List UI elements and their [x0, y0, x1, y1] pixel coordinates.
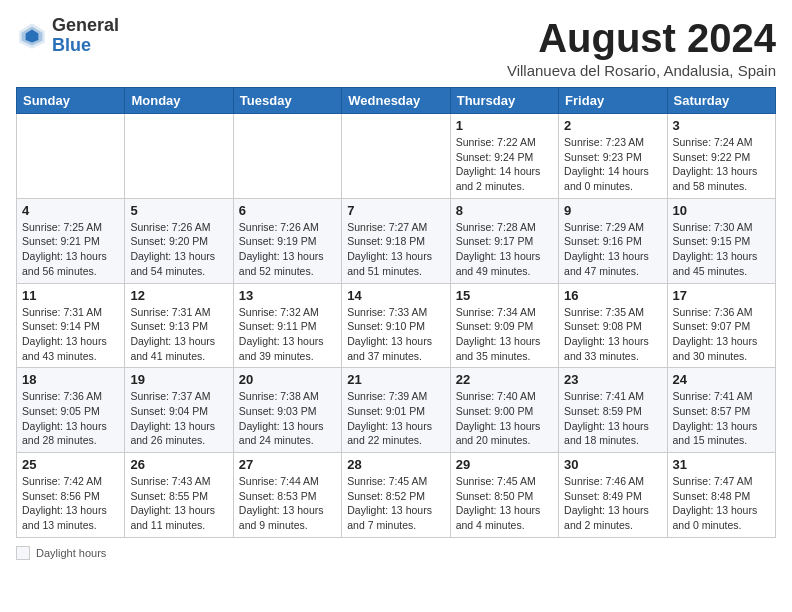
day-info: Sunrise: 7:37 AM Sunset: 9:04 PM Dayligh…	[130, 389, 227, 448]
day-number: 17	[673, 288, 770, 303]
day-number: 10	[673, 203, 770, 218]
calendar-cell: 20Sunrise: 7:38 AM Sunset: 9:03 PM Dayli…	[233, 368, 341, 453]
weekday-header-row: SundayMondayTuesdayWednesdayThursdayFrid…	[17, 88, 776, 114]
calendar-cell: 18Sunrise: 7:36 AM Sunset: 9:05 PM Dayli…	[17, 368, 125, 453]
day-info: Sunrise: 7:39 AM Sunset: 9:01 PM Dayligh…	[347, 389, 444, 448]
day-number: 21	[347, 372, 444, 387]
weekday-header-cell: Sunday	[17, 88, 125, 114]
day-info: Sunrise: 7:25 AM Sunset: 9:21 PM Dayligh…	[22, 220, 119, 279]
day-info: Sunrise: 7:36 AM Sunset: 9:05 PM Dayligh…	[22, 389, 119, 448]
day-number: 30	[564, 457, 661, 472]
day-number: 28	[347, 457, 444, 472]
calendar-cell: 19Sunrise: 7:37 AM Sunset: 9:04 PM Dayli…	[125, 368, 233, 453]
day-info: Sunrise: 7:34 AM Sunset: 9:09 PM Dayligh…	[456, 305, 553, 364]
calendar-cell: 24Sunrise: 7:41 AM Sunset: 8:57 PM Dayli…	[667, 368, 775, 453]
calendar-cell: 12Sunrise: 7:31 AM Sunset: 9:13 PM Dayli…	[125, 283, 233, 368]
day-number: 3	[673, 118, 770, 133]
day-info: Sunrise: 7:24 AM Sunset: 9:22 PM Dayligh…	[673, 135, 770, 194]
day-info: Sunrise: 7:26 AM Sunset: 9:19 PM Dayligh…	[239, 220, 336, 279]
calendar-cell: 7Sunrise: 7:27 AM Sunset: 9:18 PM Daylig…	[342, 198, 450, 283]
day-info: Sunrise: 7:26 AM Sunset: 9:20 PM Dayligh…	[130, 220, 227, 279]
day-number: 27	[239, 457, 336, 472]
calendar-cell	[233, 114, 341, 199]
calendar-cell: 9Sunrise: 7:29 AM Sunset: 9:16 PM Daylig…	[559, 198, 667, 283]
day-info: Sunrise: 7:22 AM Sunset: 9:24 PM Dayligh…	[456, 135, 553, 194]
weekday-header-cell: Tuesday	[233, 88, 341, 114]
calendar-table: SundayMondayTuesdayWednesdayThursdayFrid…	[16, 87, 776, 538]
weekday-header-cell: Saturday	[667, 88, 775, 114]
calendar-week-row: 18Sunrise: 7:36 AM Sunset: 9:05 PM Dayli…	[17, 368, 776, 453]
calendar-cell: 4Sunrise: 7:25 AM Sunset: 9:21 PM Daylig…	[17, 198, 125, 283]
calendar-week-row: 1Sunrise: 7:22 AM Sunset: 9:24 PM Daylig…	[17, 114, 776, 199]
day-info: Sunrise: 7:40 AM Sunset: 9:00 PM Dayligh…	[456, 389, 553, 448]
day-info: Sunrise: 7:38 AM Sunset: 9:03 PM Dayligh…	[239, 389, 336, 448]
day-number: 8	[456, 203, 553, 218]
page-header: General Blue August 2024 Villanueva del …	[16, 16, 776, 79]
day-number: 31	[673, 457, 770, 472]
footer: Daylight hours	[16, 546, 776, 560]
day-number: 18	[22, 372, 119, 387]
calendar-cell	[342, 114, 450, 199]
weekday-header-cell: Wednesday	[342, 88, 450, 114]
calendar-cell: 14Sunrise: 7:33 AM Sunset: 9:10 PM Dayli…	[342, 283, 450, 368]
day-number: 15	[456, 288, 553, 303]
day-info: Sunrise: 7:47 AM Sunset: 8:48 PM Dayligh…	[673, 474, 770, 533]
calendar-week-row: 4Sunrise: 7:25 AM Sunset: 9:21 PM Daylig…	[17, 198, 776, 283]
calendar-body: 1Sunrise: 7:22 AM Sunset: 9:24 PM Daylig…	[17, 114, 776, 538]
day-number: 14	[347, 288, 444, 303]
day-number: 12	[130, 288, 227, 303]
day-number: 7	[347, 203, 444, 218]
day-number: 19	[130, 372, 227, 387]
day-info: Sunrise: 7:31 AM Sunset: 9:14 PM Dayligh…	[22, 305, 119, 364]
weekday-header-cell: Monday	[125, 88, 233, 114]
calendar-cell: 6Sunrise: 7:26 AM Sunset: 9:19 PM Daylig…	[233, 198, 341, 283]
day-info: Sunrise: 7:31 AM Sunset: 9:13 PM Dayligh…	[130, 305, 227, 364]
calendar-cell	[125, 114, 233, 199]
day-info: Sunrise: 7:41 AM Sunset: 8:59 PM Dayligh…	[564, 389, 661, 448]
day-number: 11	[22, 288, 119, 303]
day-number: 9	[564, 203, 661, 218]
day-number: 22	[456, 372, 553, 387]
calendar-cell: 5Sunrise: 7:26 AM Sunset: 9:20 PM Daylig…	[125, 198, 233, 283]
day-number: 13	[239, 288, 336, 303]
day-info: Sunrise: 7:33 AM Sunset: 9:10 PM Dayligh…	[347, 305, 444, 364]
day-info: Sunrise: 7:28 AM Sunset: 9:17 PM Dayligh…	[456, 220, 553, 279]
calendar-cell: 31Sunrise: 7:47 AM Sunset: 8:48 PM Dayli…	[667, 453, 775, 538]
day-number: 24	[673, 372, 770, 387]
calendar-cell: 21Sunrise: 7:39 AM Sunset: 9:01 PM Dayli…	[342, 368, 450, 453]
logo: General Blue	[16, 16, 119, 56]
calendar-cell: 1Sunrise: 7:22 AM Sunset: 9:24 PM Daylig…	[450, 114, 558, 199]
calendar-cell: 3Sunrise: 7:24 AM Sunset: 9:22 PM Daylig…	[667, 114, 775, 199]
day-number: 23	[564, 372, 661, 387]
month-year: August 2024	[507, 16, 776, 60]
title-block: August 2024 Villanueva del Rosario, Anda…	[507, 16, 776, 79]
calendar-cell: 17Sunrise: 7:36 AM Sunset: 9:07 PM Dayli…	[667, 283, 775, 368]
day-info: Sunrise: 7:29 AM Sunset: 9:16 PM Dayligh…	[564, 220, 661, 279]
day-number: 16	[564, 288, 661, 303]
footer-label: Daylight hours	[36, 547, 106, 559]
day-number: 20	[239, 372, 336, 387]
calendar-cell: 11Sunrise: 7:31 AM Sunset: 9:14 PM Dayli…	[17, 283, 125, 368]
day-info: Sunrise: 7:27 AM Sunset: 9:18 PM Dayligh…	[347, 220, 444, 279]
location: Villanueva del Rosario, Andalusia, Spain	[507, 62, 776, 79]
logo-general: General	[52, 15, 119, 35]
day-number: 25	[22, 457, 119, 472]
weekday-header-cell: Friday	[559, 88, 667, 114]
calendar-cell: 29Sunrise: 7:45 AM Sunset: 8:50 PM Dayli…	[450, 453, 558, 538]
day-number: 6	[239, 203, 336, 218]
weekday-header-cell: Thursday	[450, 88, 558, 114]
logo-text: General Blue	[52, 16, 119, 56]
footer-box	[16, 546, 30, 560]
calendar-cell: 13Sunrise: 7:32 AM Sunset: 9:11 PM Dayli…	[233, 283, 341, 368]
calendar-cell: 2Sunrise: 7:23 AM Sunset: 9:23 PM Daylig…	[559, 114, 667, 199]
calendar-cell: 8Sunrise: 7:28 AM Sunset: 9:17 PM Daylig…	[450, 198, 558, 283]
day-info: Sunrise: 7:35 AM Sunset: 9:08 PM Dayligh…	[564, 305, 661, 364]
calendar-cell: 15Sunrise: 7:34 AM Sunset: 9:09 PM Dayli…	[450, 283, 558, 368]
day-number: 5	[130, 203, 227, 218]
calendar-cell: 22Sunrise: 7:40 AM Sunset: 9:00 PM Dayli…	[450, 368, 558, 453]
day-info: Sunrise: 7:44 AM Sunset: 8:53 PM Dayligh…	[239, 474, 336, 533]
calendar-cell: 27Sunrise: 7:44 AM Sunset: 8:53 PM Dayli…	[233, 453, 341, 538]
day-info: Sunrise: 7:23 AM Sunset: 9:23 PM Dayligh…	[564, 135, 661, 194]
day-number: 1	[456, 118, 553, 133]
day-info: Sunrise: 7:43 AM Sunset: 8:55 PM Dayligh…	[130, 474, 227, 533]
